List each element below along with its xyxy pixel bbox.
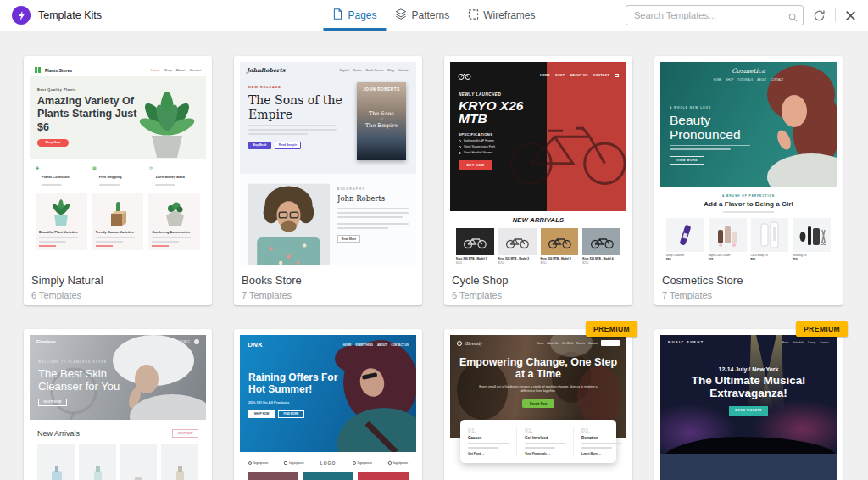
tab-patterns[interactable]: Patterns bbox=[386, 0, 459, 31]
text-line bbox=[96, 237, 135, 238]
mini-section bbox=[660, 454, 837, 480]
spec-item: Steel Hardtail Frame bbox=[459, 151, 537, 154]
mini-nav: HOME SHOP ABOUT CONTACT bbox=[139, 339, 199, 344]
mini-hero-text: A WHOLE NEW LOOK Beauty Pronounced VIEW … bbox=[670, 106, 770, 165]
mini-header: Plants Stores Home Shop About Contact bbox=[30, 62, 206, 76]
mini-products-section: A BRUSH OF PERFECTION Add a Flavor to Be… bbox=[660, 187, 837, 265]
product-price: $65 bbox=[751, 258, 789, 261]
cover-subtitle: The Empire bbox=[359, 122, 403, 129]
mini-hero-text: Raining Offers For Hot Summer! 25% Off O… bbox=[248, 372, 343, 418]
text-line bbox=[581, 447, 612, 449]
logo-text: logoipsum bbox=[358, 461, 372, 465]
text-line bbox=[248, 133, 308, 135]
text-line bbox=[670, 148, 731, 150]
template-card-charity[interactable]: PREMIUM Giversly Home About Us Our Work … bbox=[444, 329, 632, 480]
mini-heading: Raining Offers For Hot Summer! bbox=[248, 372, 343, 396]
logo-item: logoipsum bbox=[353, 461, 372, 465]
search-input[interactable] bbox=[626, 5, 804, 25]
product-thumb bbox=[666, 218, 704, 252]
mini-heading: The Best Skin Cleanser for You bbox=[38, 367, 144, 393]
kit-title: Cosmetics Store bbox=[662, 274, 835, 287]
product-price: $50 bbox=[793, 258, 831, 261]
preview-music-event: MUSIC EVENT About Schedule Lineup Contac… bbox=[660, 335, 837, 480]
product-tile bbox=[358, 472, 409, 480]
text-line bbox=[96, 241, 123, 243]
refresh-icon[interactable] bbox=[813, 9, 826, 22]
mini-heading: KRYO X26 MTB bbox=[459, 100, 537, 125]
tab-pages[interactable]: Pages bbox=[323, 0, 386, 31]
topbar-divider bbox=[835, 8, 836, 22]
product-price: $250 bbox=[456, 261, 494, 265]
pages-icon bbox=[332, 8, 342, 22]
mini-nav-item: CONTACT bbox=[177, 340, 190, 343]
product-tile: Kryo X26 MTB - Model 4 $250 bbox=[582, 228, 620, 265]
logo-text: logoipsum bbox=[253, 461, 268, 465]
cover-title: The Sons bbox=[359, 110, 403, 117]
column-number: 03. bbox=[581, 427, 622, 433]
product-name: Coco Body Oil bbox=[751, 254, 789, 257]
preview-simply-natural: Plants Stores Home Shop About Contact Be… bbox=[30, 62, 206, 265]
product-price: $40 bbox=[666, 258, 704, 261]
view-more-button: VIEW MORE bbox=[670, 156, 704, 165]
product-tile: Gardening Accessories bbox=[148, 193, 200, 250]
mini-header: Flawless HOME SHOP ABOUT CONTACT bbox=[30, 335, 206, 349]
mini-nav-item: HOME bbox=[343, 343, 352, 347]
text-line bbox=[39, 237, 78, 238]
mini-nav-item: CONTACT bbox=[593, 74, 609, 77]
panel-column: 01. Causes Get Fund → bbox=[460, 427, 516, 455]
tab-wireframes[interactable]: Wireframes bbox=[459, 0, 544, 31]
panel-column: 03. Donation Learn More → bbox=[573, 427, 626, 455]
book-tickets-button: BOOK TICKETS bbox=[729, 406, 768, 416]
find-more-button: FIND MORE bbox=[278, 410, 304, 418]
kit-title: Simply Natural bbox=[31, 274, 204, 287]
mini-nav: Home About Us Our Work Events Contact bbox=[537, 340, 620, 346]
buy-book-button: Buy Book bbox=[248, 142, 271, 149]
template-card-music-event[interactable]: PREMIUM MUSIC EVENT About Schedule Lineu… bbox=[654, 329, 843, 480]
section-heading: New Arrivals bbox=[37, 429, 80, 438]
bullet-icon bbox=[459, 152, 461, 154]
template-card-books-store[interactable]: JohnRoberts Digital Books Book Series Bl… bbox=[234, 56, 422, 305]
close-icon[interactable] bbox=[845, 10, 856, 21]
book-cover: JOHN ROBERTS The Sons of The Empire bbox=[357, 82, 406, 160]
mini-hero: Cosmetica HOME SHOP TUTORIALS ABOUT CONT… bbox=[660, 62, 837, 187]
cart-icon bbox=[615, 74, 619, 77]
spec-item: Steel Suspension Fork bbox=[459, 145, 537, 148]
mini-products bbox=[30, 444, 206, 480]
product-name: Kryo X26 MTB - Model 1 bbox=[456, 257, 494, 260]
app-brand[interactable]: Template Kits bbox=[12, 6, 102, 25]
leaf-icon: ✚ bbox=[36, 166, 39, 186]
mini-hero-text: NEWLY LAUNCHED KRYO X26 MTB SPECIFICATIO… bbox=[459, 92, 537, 170]
mini-nav-item: EVERYTHING bbox=[355, 343, 373, 347]
text-line bbox=[152, 237, 191, 238]
template-card-cosmetics-store[interactable]: Cosmetica HOME SHOP TUTORIALS ABOUT CONT… bbox=[654, 56, 843, 305]
template-card-cycle-shop[interactable]: HOME SHOP ABOUT US CONTACT NEWLY LAUNCHE… bbox=[444, 56, 632, 305]
mini-nav-item: Digital bbox=[340, 69, 349, 72]
template-card-skin-care[interactable]: Flawless HOME SHOP ABOUT CONTACT WELCOME… bbox=[24, 329, 212, 480]
mini-nav-item: Contact bbox=[820, 341, 829, 344]
product-tile: Trendy Cactus Varieties bbox=[92, 193, 144, 250]
kit-count: 6 Templates bbox=[452, 290, 625, 300]
cactus-pot-illustration bbox=[101, 197, 135, 227]
text-line bbox=[337, 208, 409, 209]
product-name: Kryo X26 MTB - Model 4 bbox=[582, 257, 620, 260]
mini-arrivals-section: NEW ARRIVALS Kryo X26 MTB - Model 1 $250… bbox=[450, 211, 626, 265]
bike-thumb bbox=[582, 228, 620, 255]
author-name: John Roberts bbox=[337, 194, 409, 203]
template-card-dnk-shop[interactable]: DNK HOME EVERYTHING ABOUT CONTACT US Rai… bbox=[234, 329, 422, 480]
section-label: A BRUSH OF PERFECTION bbox=[660, 194, 837, 198]
mini-heading: Beauty Pronounced bbox=[670, 113, 770, 142]
bike-thumb bbox=[456, 228, 494, 255]
mini-nav-item: SHOP bbox=[152, 340, 159, 343]
template-card-simply-natural[interactable]: Plants Stores Home Shop About Contact Be… bbox=[24, 56, 212, 305]
mini-nav: About Schedule Lineup Contact bbox=[782, 341, 829, 344]
text-line bbox=[337, 216, 403, 218]
kit-count: 6 Templates bbox=[31, 290, 204, 300]
product-tile: Shaving Kit $50 bbox=[793, 218, 831, 261]
mini-header: HOME SHOP ABOUT US CONTACT bbox=[450, 62, 626, 83]
text-line bbox=[248, 125, 337, 126]
header-button bbox=[601, 340, 620, 346]
kit-title: Cycle Shop bbox=[452, 274, 625, 287]
mini-nav-item: Events bbox=[576, 342, 585, 345]
product-tile: Deep Cleanser $40 bbox=[666, 218, 704, 261]
patterns-icon bbox=[395, 8, 406, 22]
